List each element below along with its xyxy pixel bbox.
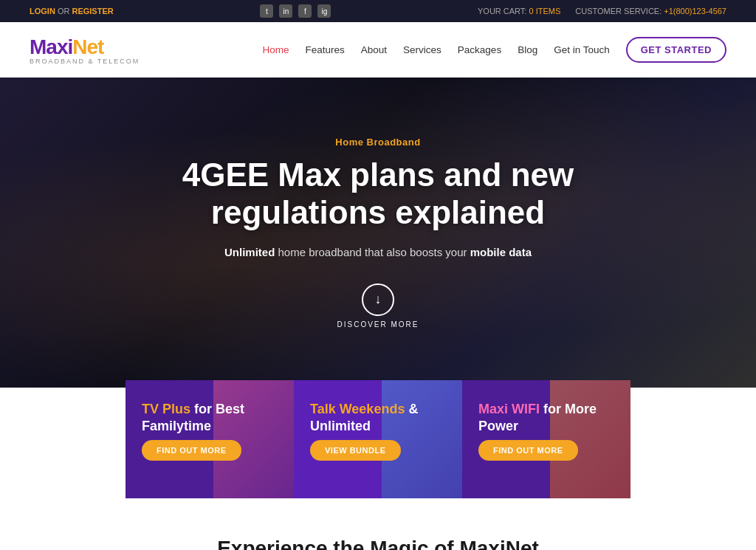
phone-number[interactable]: +1(800)123-4567 [664, 7, 726, 16]
instagram-icon[interactable]: ig [317, 4, 331, 18]
nav-home[interactable]: Home [263, 44, 289, 55]
linkedin-icon[interactable]: in [279, 4, 292, 18]
hero-subtitle: Unlimited home broadband that also boost… [157, 244, 599, 261]
card-talk-button[interactable]: VIEW BUNDLE [310, 440, 401, 461]
logo-first: Maxi [30, 35, 72, 58]
feature-card-tv: TV Plus for Best Familytime FIND OUT MOR… [126, 380, 294, 498]
top-bar-auth: LOGIN OR REGISTER [30, 7, 114, 16]
cart-info: YOUR CART: 0 ITEMS [478, 7, 560, 16]
hero-title: 4GEE Max plans and new regulations expla… [157, 157, 599, 231]
hero-subtitle-bold2: mobile data [470, 246, 532, 258]
cart-label: YOUR CART: [478, 7, 526, 16]
card-tv-title: TV Plus for Best Familytime [142, 401, 278, 436]
hero-section: Home Broadband 4GEE Max plans and new re… [0, 78, 756, 388]
logo: MaxiNet BROADBAND & TELECOM [30, 35, 140, 65]
bottom-section: Experience the Magic of MaxiNetMedia [0, 498, 756, 550]
hero-label: Home Broadband [157, 137, 599, 148]
card-tv-content: TV Plus for Best Familytime FIND OUT MOR… [142, 401, 278, 461]
facebook-icon[interactable]: f [298, 4, 312, 18]
main-header: MaxiNet BROADBAND & TELECOM Home Feature… [0, 22, 756, 78]
card-wifi-button[interactable]: FIND OUT MORE [478, 440, 578, 461]
nav-blog[interactable]: Blog [518, 44, 537, 55]
nav-services[interactable]: Services [403, 44, 441, 55]
hero-subtitle-bold1: Unlimited [224, 246, 275, 258]
logo-subtitle: BROADBAND & TELECOM [30, 58, 140, 65]
card-talk-highlight: Talk Weekends [310, 402, 405, 416]
nav-packages[interactable]: Packages [458, 44, 501, 55]
register-link[interactable]: REGISTER [72, 7, 113, 16]
top-bar-info: YOUR CART: 0 ITEMS CUSTOMER SERVICE: +1(… [478, 7, 726, 16]
cart-count[interactable]: 0 ITEMS [529, 7, 560, 16]
card-talk-title: Talk Weekends & Unlimited [310, 401, 446, 436]
get-started-button[interactable]: GET STARTED [626, 37, 726, 63]
discover-more-button[interactable]: ↓ DISCOVER MORE [157, 283, 599, 329]
main-nav: Home Features About Services Packages Bl… [263, 37, 727, 63]
customer-service: CUSTOMER SERVICE: +1(800)123-4567 [575, 7, 726, 16]
hero-subtitle-text: home broadband that also boosts your [275, 246, 470, 258]
service-label: CUSTOMER SERVICE: [575, 7, 662, 16]
discover-label: DISCOVER MORE [337, 320, 419, 329]
hero-content: Home Broadband 4GEE Max plans and new re… [157, 137, 599, 328]
feature-card-wifi: Maxi WIFI for More Power FIND OUT MORE [462, 380, 630, 498]
card-talk-content: Talk Weekends & Unlimited VIEW BUNDLE [310, 401, 446, 461]
or-separator: OR [58, 7, 70, 16]
card-tv-button[interactable]: FIND OUT MORE [142, 440, 241, 461]
top-bar: LOGIN OR REGISTER t in f ig YOUR CART: 0… [0, 0, 756, 22]
logo-second: Net [72, 35, 103, 58]
discover-circle-icon: ↓ [362, 283, 394, 316]
logo-name: MaxiNet [30, 35, 140, 59]
twitter-icon[interactable]: t [260, 4, 273, 18]
bottom-title: Experience the Magic of MaxiNetMedia [30, 535, 726, 550]
feature-card-talk: Talk Weekends & Unlimited VIEW BUNDLE [294, 380, 462, 498]
card-wifi-highlight: Maxi WIFI [478, 402, 540, 416]
nav-contact[interactable]: Get in Touch [554, 44, 610, 55]
nav-features[interactable]: Features [306, 44, 345, 55]
feature-cards-section: TV Plus for Best Familytime FIND OUT MOR… [126, 380, 630, 498]
social-links: t in f ig [260, 4, 331, 18]
card-wifi-title: Maxi WIFI for More Power [478, 401, 614, 436]
card-tv-highlight: TV Plus [142, 402, 190, 416]
nav-about[interactable]: About [361, 44, 387, 55]
card-wifi-content: Maxi WIFI for More Power FIND OUT MORE [478, 401, 614, 461]
login-link[interactable]: LOGIN [30, 7, 55, 16]
